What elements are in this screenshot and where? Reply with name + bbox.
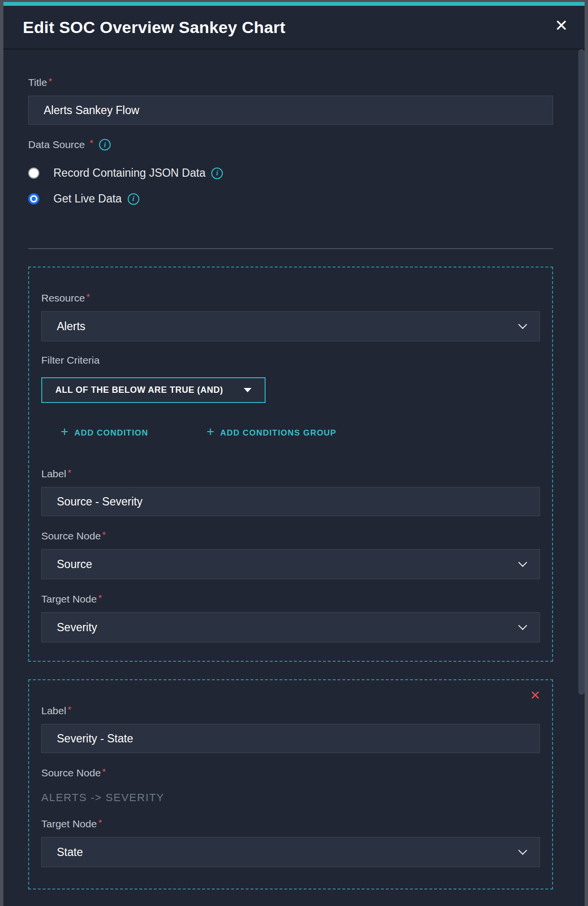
target-node-label: Target Node* <box>41 818 540 831</box>
label-field-label: Label* <box>41 468 540 481</box>
condition-links-row: + ADD CONDITION + ADD CONDITIONS GROUP <box>61 426 540 439</box>
add-condition-button[interactable]: + ADD CONDITION <box>61 426 149 439</box>
target-node-label: Target Node* <box>41 593 540 606</box>
required-asterisk: * <box>98 818 101 828</box>
chevron-down-icon <box>518 558 527 567</box>
add-conditions-group-label: ADD CONDITIONS GROUP <box>220 428 336 438</box>
target-node-select[interactable]: Severity <box>41 612 540 642</box>
radio-row-get-live-data: Get Live Data i <box>28 192 553 205</box>
modal-body: Title* Data Source * i Record Containing… <box>3 50 585 906</box>
radio-get-live-data[interactable] <box>28 193 39 204</box>
source-node-label: Source Node* <box>41 530 540 543</box>
close-icon[interactable]: ✕ <box>554 17 568 34</box>
required-asterisk: * <box>67 468 71 478</box>
modal-accent-bar <box>3 2 585 6</box>
resource-select-value: Alerts <box>57 320 85 333</box>
scrollbar-thumb[interactable] <box>578 49 585 695</box>
required-asterisk: * <box>90 138 93 149</box>
radio-record-json[interactable] <box>28 168 39 179</box>
target-node-select-value: State <box>57 846 83 859</box>
target-node-select-value: Severity <box>57 621 97 634</box>
required-asterisk: * <box>102 767 106 777</box>
filter-operator-select[interactable]: ALL OF THE BELOW ARE TRUE (AND) <box>41 377 266 403</box>
link-group-1: Resource* Alerts Filter Criteria ALL OF … <box>28 267 553 662</box>
target-node-select[interactable]: State <box>41 837 540 867</box>
info-icon[interactable]: i <box>99 139 111 151</box>
filter-operator-value: ALL OF THE BELOW ARE TRUE (AND) <box>55 385 223 395</box>
data-source-label-row: Data Source * i <box>28 138 553 151</box>
required-asterisk: * <box>49 76 52 86</box>
chevron-down-icon <box>518 320 527 329</box>
filter-criteria-label: Filter Criteria <box>41 354 540 367</box>
add-condition-label: ADD CONDITION <box>74 428 149 438</box>
plus-icon: + <box>61 425 69 438</box>
source-node-select[interactable]: Source <box>41 549 540 579</box>
radio-row-record-json: Record Containing JSON Data i <box>28 167 553 180</box>
label-input[interactable] <box>41 487 540 516</box>
chevron-down-icon <box>518 846 527 855</box>
remove-link-group-icon[interactable]: ✕ <box>530 689 540 702</box>
dropdown-triangle-icon <box>244 388 252 392</box>
label-field-label: Label* <box>41 705 540 718</box>
resource-select[interactable]: Alerts <box>41 311 540 341</box>
add-conditions-group-button[interactable]: + ADD CONDITIONS GROUP <box>207 426 336 439</box>
required-asterisk: * <box>67 705 71 715</box>
modal-header: Edit SOC Overview Sankey Chart ✕ <box>3 6 585 50</box>
resource-label: Resource* <box>41 292 540 305</box>
chevron-down-icon <box>518 621 527 630</box>
radio-get-live-data-label[interactable]: Get Live Data <box>53 192 122 205</box>
required-asterisk: * <box>86 292 90 302</box>
label-input[interactable] <box>41 724 540 753</box>
info-icon[interactable]: i <box>128 193 139 205</box>
required-asterisk: * <box>98 593 101 603</box>
plus-icon: + <box>207 425 215 438</box>
page-background: Edit SOC Overview Sankey Chart ✕ Title* … <box>0 0 588 906</box>
edit-sankey-chart-modal: Edit SOC Overview Sankey Chart ✕ Title* … <box>3 2 585 906</box>
title-input[interactable] <box>28 96 553 125</box>
link-group-2: ✕ Label* Source Node* ALERTS -> SEVERITY… <box>28 679 553 889</box>
title-label: Title* <box>28 76 553 89</box>
required-asterisk: * <box>102 530 106 540</box>
radio-selected-dot <box>32 197 36 201</box>
section-divider <box>28 248 553 249</box>
radio-record-json-label[interactable]: Record Containing JSON Data <box>53 167 205 180</box>
modal-title: Edit SOC Overview Sankey Chart <box>23 18 286 37</box>
source-node-select-value: Source <box>57 558 92 571</box>
info-icon[interactable]: i <box>211 168 223 179</box>
source-node-static-value: ALERTS -> SEVERITY <box>41 791 540 804</box>
data-source-label: Data Source <box>28 138 85 151</box>
source-node-label: Source Node* <box>41 767 540 780</box>
